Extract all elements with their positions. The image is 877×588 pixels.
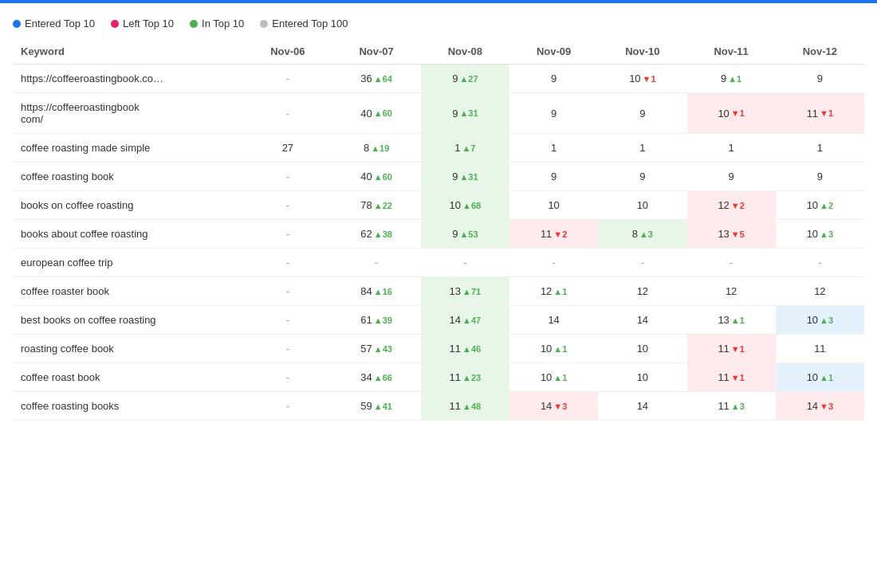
data-cell: - (421, 249, 509, 277)
change-up-indicator: ▲39 (374, 316, 392, 325)
data-cell: - (243, 249, 332, 277)
change-up-indicator: ▲1 (731, 316, 745, 325)
change-up-indicator: ▲7 (462, 143, 475, 153)
rank-number: 9 (729, 171, 734, 182)
col-header-nov09: Nov-09 (509, 39, 598, 65)
data-cell: 36▲64 (332, 65, 421, 93)
change-up-indicator: ▲27 (459, 74, 478, 84)
keyword-cell: https://coffeeroastingbook.co… (13, 65, 243, 93)
dash-value: - (286, 285, 289, 297)
keyword-cell: coffee roasting made simple (13, 134, 243, 163)
dash-value: - (286, 108, 289, 120)
data-cell: 34▲66 (332, 363, 421, 392)
rank-number: 1 (639, 142, 645, 154)
change-up-indicator: ▲1 (553, 344, 567, 354)
cell-value: 12 (637, 285, 648, 297)
header-row: KeywordNov-06Nov-07Nov-08Nov-09Nov-10Nov… (13, 39, 864, 65)
data-cell: 9 (776, 65, 864, 93)
cell-value: 9 (639, 108, 645, 120)
data-cell: 11 (776, 335, 864, 363)
change-up-indicator: ▲3 (731, 402, 745, 411)
rankings-table: KeywordNov-06Nov-07Nov-08Nov-09Nov-10Nov… (13, 39, 864, 421)
change-up-indicator: ▲48 (462, 402, 481, 411)
cell-value: 10▼1 (718, 108, 744, 120)
data-cell: - (243, 392, 332, 421)
cell-value: 11 (814, 343, 825, 355)
rank-number: 84 (360, 285, 372, 297)
cell-value: 40▲60 (360, 108, 392, 120)
data-cell: 10 (509, 191, 598, 220)
data-cell: - (598, 249, 686, 277)
rank-number: 9 (551, 73, 556, 84)
legend-item-entered-top100: Entered Top 100 (260, 18, 348, 29)
dash-value: - (286, 199, 289, 211)
dash-value: - (818, 257, 821, 269)
data-cell: 11▼1 (776, 93, 864, 134)
cell-value: 59▲41 (360, 400, 392, 412)
cell-value: 10▼1 (629, 73, 655, 84)
data-cell: - (243, 306, 332, 335)
rank-number: 11 (541, 228, 552, 240)
change-up-indicator: ▲1 (728, 74, 741, 84)
rank-number: 14 (637, 400, 648, 412)
data-cell: 11▲3 (687, 392, 776, 421)
data-cell: 14 (509, 306, 598, 335)
data-cell: 10▲1 (509, 335, 598, 363)
rank-number: 57 (360, 343, 372, 355)
change-up-indicator: ▲23 (462, 373, 481, 382)
dash-value: - (286, 343, 289, 355)
cell-value: 10▲3 (807, 314, 833, 326)
change-up-indicator: ▲2 (820, 201, 833, 210)
change-down-indicator: ▼1 (820, 108, 833, 118)
col-header-nov12: Nov-12 (776, 39, 864, 65)
change-up-indicator: ▲66 (374, 373, 392, 382)
change-up-indicator: ▲31 (459, 108, 478, 118)
keyword-cell: best books on coffee roasting (13, 306, 243, 335)
rank-number: 34 (360, 371, 372, 383)
cell-value: 9 (817, 73, 823, 84)
change-down-indicator: ▼2 (553, 229, 567, 239)
dash-value: - (463, 257, 466, 269)
data-cell: - (243, 93, 332, 134)
change-up-indicator: ▲68 (462, 201, 481, 210)
table-row: https://coffeeroastingbook.co…-36▲649▲27… (13, 65, 864, 93)
data-cell: 9 (776, 163, 864, 191)
cell-value: 10▲68 (450, 199, 482, 211)
table-body: https://coffeeroastingbook.co…-36▲649▲27… (13, 65, 864, 421)
dash-value: - (286, 314, 289, 326)
change-up-indicator: ▲1 (553, 287, 567, 296)
change-up-indicator: ▲1 (553, 373, 567, 382)
table-row: coffee roasting made simple278▲191▲71111 (13, 134, 864, 163)
cell-value: 13▼5 (718, 228, 744, 240)
data-cell: 9▲31 (421, 93, 509, 134)
cell-value: 9 (551, 108, 556, 120)
data-cell: 13▲71 (421, 277, 509, 306)
data-cell: 10▼1 (687, 93, 776, 134)
data-cell: 12 (776, 277, 864, 306)
cell-value: 12▼2 (718, 199, 744, 211)
legend-dot-entered-top10 (13, 20, 21, 28)
legend-dot-entered-top100 (260, 20, 268, 28)
data-cell: 59▲41 (332, 392, 421, 421)
main-container: Entered Top 10Left Top 10In Top 10Entere… (0, 3, 877, 429)
col-header-nov07: Nov-07 (332, 39, 421, 65)
table-row: best books on coffee roasting-61▲3914▲47… (13, 306, 864, 335)
data-cell: 9 (509, 163, 598, 191)
table-row: books on coffee roasting-78▲2210▲6810101… (13, 191, 864, 220)
rank-number: 9 (452, 108, 458, 120)
rank-number: 10 (548, 199, 559, 211)
rank-number: 27 (282, 142, 293, 154)
change-up-indicator: ▲64 (374, 74, 392, 84)
cell-value: 78▲22 (360, 199, 392, 211)
change-up-indicator: ▲31 (459, 172, 478, 182)
cell-value: 10 (637, 343, 648, 355)
keyword-cell: books on coffee roasting (13, 191, 243, 220)
col-header-nov06: Nov-06 (243, 39, 332, 65)
keyword-cell: coffee roast book (13, 363, 243, 392)
keyword-cell: https://coffeeroastingbook com/ (13, 93, 243, 134)
cell-value: 57▲43 (360, 343, 392, 355)
legend-dot-left-top10 (111, 20, 119, 28)
legend-label-left-top10: Left Top 10 (123, 18, 174, 29)
cell-value: 27 (282, 142, 293, 154)
data-cell: 9▲27 (421, 65, 509, 93)
